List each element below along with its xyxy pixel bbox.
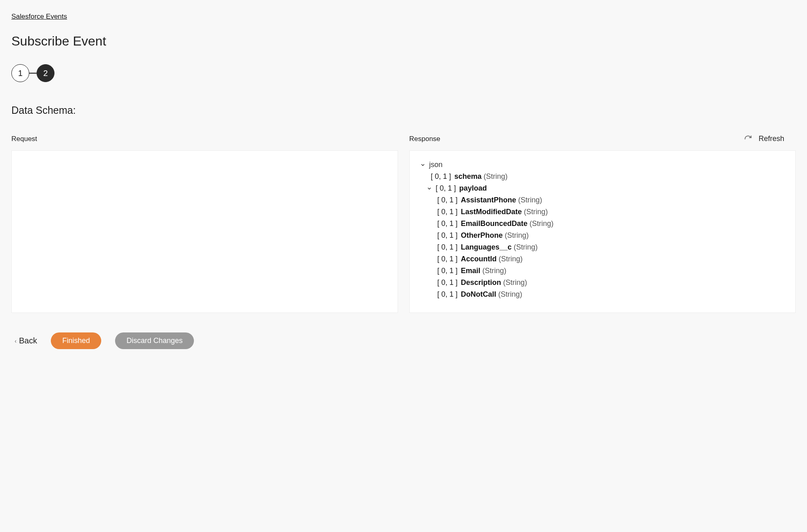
finished-button[interactable]: Finished [51, 332, 101, 349]
cardinality-prefix: [ 0, 1 ] [437, 196, 458, 204]
tree-node-field[interactable]: [ 0, 1 ]DoNotCall (String) [420, 290, 788, 299]
field-name: EmailBouncedDate [461, 219, 528, 228]
step-connector [29, 73, 37, 74]
tree-node-field[interactable]: [ 0, 1 ]AccountId (String) [420, 255, 788, 263]
field-name: payload [459, 184, 487, 193]
cardinality-prefix: [ 0, 1 ] [437, 290, 458, 299]
page-title: Subscribe Event [11, 34, 796, 49]
field-type: (String) [522, 208, 548, 216]
section-title-data-schema: Data Schema: [11, 104, 796, 116]
tree-node-field[interactable]: [ 0, 1 ]OtherPhone (String) [420, 231, 788, 240]
field-type: (String) [501, 278, 527, 287]
back-button[interactable]: ‹ Back [15, 336, 37, 345]
field-name: DoNotCall [461, 290, 496, 298]
tree-node-field[interactable]: [ 0, 1 ]EmailBouncedDate (String) [420, 219, 788, 228]
cardinality-prefix: [ 0, 1 ] [437, 208, 458, 216]
chevron-left-icon: ‹ [15, 338, 17, 344]
cardinality-prefix: [ 0, 1 ] [436, 184, 456, 193]
cardinality-prefix: [ 0, 1 ] [437, 243, 458, 252]
field-type: (String) [512, 243, 538, 251]
back-label: Back [19, 336, 37, 345]
response-tree: json [ 0, 1 ] schema (String) [ 0, 1 ] p… [410, 151, 796, 312]
discard-changes-button[interactable]: Discard Changes [115, 332, 194, 349]
field-name: OtherPhone [461, 231, 503, 239]
tree-node-field[interactable]: [ 0, 1 ]LastModifiedDate (String) [420, 208, 788, 216]
step-2[interactable]: 2 [37, 64, 54, 82]
field-name: LastModifiedDate [461, 208, 522, 216]
field-type: (String) [516, 196, 542, 204]
breadcrumb-link-salesforce-events[interactable]: Salesforce Events [11, 13, 67, 21]
field-type: (String) [481, 267, 507, 275]
tree-node-schema[interactable]: [ 0, 1 ] schema (String) [420, 172, 788, 181]
cardinality-prefix: [ 0, 1 ] [437, 231, 458, 240]
cardinality-prefix: [ 0, 1 ] [437, 255, 458, 263]
request-panel [11, 150, 398, 313]
cardinality-prefix: [ 0, 1 ] [437, 219, 458, 228]
tree-root-label: json [429, 161, 443, 169]
tree-node-payload[interactable]: [ 0, 1 ] payload [420, 184, 788, 193]
field-name: AccountId [461, 255, 497, 263]
chevron-down-icon[interactable] [420, 162, 426, 168]
field-name: Email [461, 267, 481, 275]
field-type: (String) [496, 290, 522, 298]
tree-node-field[interactable]: [ 0, 1 ]AssistantPhone (String) [420, 196, 788, 204]
field-type: (String) [503, 231, 529, 239]
cardinality-prefix: [ 0, 1 ] [431, 172, 451, 181]
cardinality-prefix: [ 0, 1 ] [437, 278, 458, 287]
field-type: (String) [528, 219, 554, 228]
tree-node-json[interactable]: json [420, 161, 788, 169]
field-name: Languages__c [461, 243, 512, 251]
tree-node-field[interactable]: [ 0, 1 ]Languages__c (String) [420, 243, 788, 252]
cardinality-prefix: [ 0, 1 ] [437, 267, 458, 275]
field-name: schema [455, 172, 482, 180]
chevron-down-icon[interactable] [426, 185, 433, 192]
field-name: AssistantPhone [461, 196, 516, 204]
tree-node-field[interactable]: [ 0, 1 ]Description (String) [420, 278, 788, 287]
tree-node-field[interactable]: [ 0, 1 ]Email (String) [420, 267, 788, 275]
field-type: (String) [484, 172, 508, 180]
step-1[interactable]: 1 [11, 64, 29, 82]
request-panel-label: Request [11, 135, 398, 143]
field-name: Description [461, 278, 501, 287]
response-panel: json [ 0, 1 ] schema (String) [ 0, 1 ] p… [409, 150, 796, 313]
field-type: (String) [497, 255, 523, 263]
response-panel-label: Response [409, 135, 796, 143]
step-indicator: 1 2 [11, 64, 796, 82]
